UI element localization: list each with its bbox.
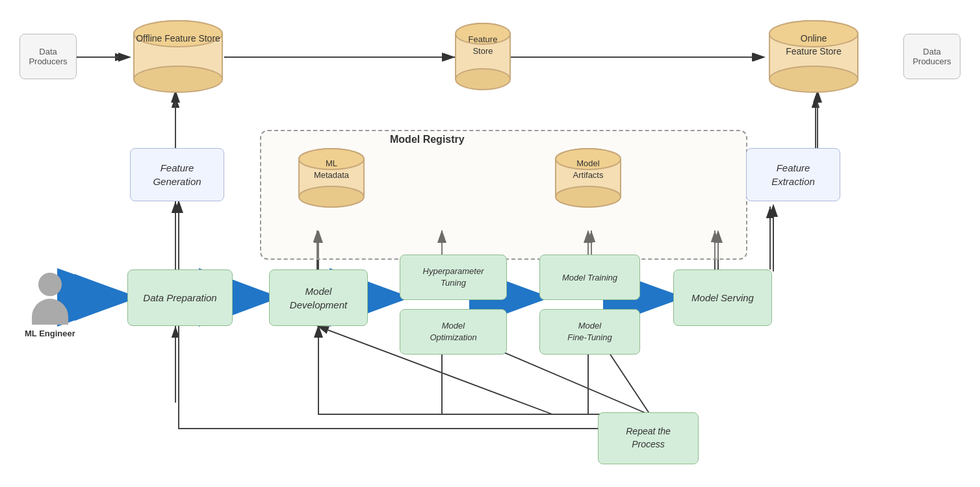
model-serving-box: Model Serving	[673, 269, 772, 326]
data-producers-right: Data Producers	[903, 34, 961, 79]
model-fine-tuning-box: Model Fine-Tuning	[539, 309, 640, 355]
ml-metadata-label: MLMetadata	[296, 158, 367, 181]
feature-store-center: FeatureStore	[454, 19, 512, 95]
person-head-icon	[38, 273, 62, 296]
person-body-icon	[32, 299, 68, 325]
model-registry-label: Model Registry	[390, 134, 465, 145]
diagram: Data Producers Offline Feature Store Fea…	[0, 0, 980, 487]
model-artifacts-icon	[552, 146, 624, 218]
repeat-process-box: Repeat the Process	[598, 412, 699, 464]
ml-metadata: MLMetadata	[296, 146, 367, 218]
svg-point-31	[456, 69, 510, 90]
model-artifacts-label: ModelArtifacts	[552, 158, 624, 181]
data-producers-left: Data Producers	[19, 34, 77, 79]
feature-extraction-box: Feature Extraction	[746, 148, 840, 201]
online-feature-store: OnlineFeature Store	[766, 19, 862, 95]
ml-metadata-icon	[296, 146, 367, 218]
model-development-box: Model Development	[269, 269, 368, 326]
model-training-box: Model Training	[539, 255, 640, 300]
feature-store-center-label: FeatureStore	[454, 34, 512, 57]
svg-point-35	[769, 66, 858, 92]
model-optimization-box: Model Optimization	[400, 309, 507, 355]
offline-feature-store-label: Offline Feature Store	[130, 32, 226, 45]
online-feature-store-label: OnlineFeature Store	[766, 32, 862, 58]
svg-point-27	[134, 66, 222, 92]
hyperparameter-tuning-box: Hyperparameter Tuning	[400, 255, 507, 300]
ml-engineer: ML Engineer	[25, 273, 75, 338]
data-preparation-box: Data Preparation	[127, 269, 233, 326]
feature-generation-box: Feature Generation	[130, 148, 224, 201]
offline-feature-store: Offline Feature Store	[130, 19, 226, 95]
offline-feature-store-icon	[130, 19, 226, 95]
svg-point-43	[556, 186, 621, 207]
ml-engineer-label: ML Engineer	[25, 329, 75, 338]
svg-point-39	[299, 186, 364, 207]
model-artifacts: ModelArtifacts	[552, 146, 624, 218]
